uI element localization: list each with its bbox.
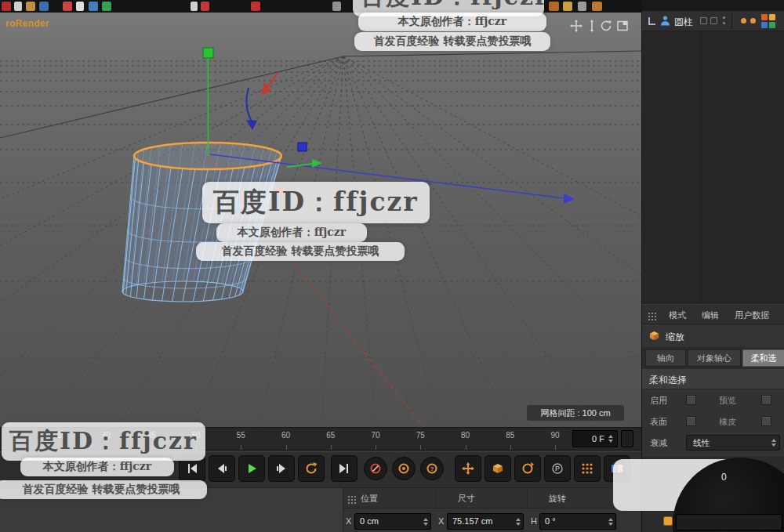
- toolbar-fragment-icon: [549, 2, 559, 11]
- right-panel-top-strip: [642, 0, 784, 11]
- timeline-tick-mark: [376, 445, 376, 450]
- green-arrow: [312, 159, 322, 168]
- watermark-big-bottom: 百度ID：ffjczr: [2, 422, 205, 461]
- size-x-stepper[interactable]: [514, 514, 522, 529]
- position-x-value: 0 cm: [360, 516, 379, 526]
- svg-text:?: ?: [430, 465, 434, 472]
- scale-tool-button[interactable]: [485, 455, 511, 482]
- toolbar-fragment-icon: [102, 2, 111, 11]
- record-position-button[interactable]: [364, 457, 387, 480]
- loop-icon: [305, 462, 318, 475]
- prev-frame-button[interactable]: [209, 455, 235, 482]
- object-manager-body[interactable]: [642, 31, 784, 304]
- loop-button[interactable]: [298, 455, 325, 482]
- section-title: 柔和选择: [649, 374, 687, 387]
- falloff-dropdown-arrows: [769, 436, 778, 450]
- layer-dot-icon[interactable]: [750, 18, 756, 24]
- toolbar-fragment-icon: [578, 2, 586, 11]
- soft-selection-section-header[interactable]: 柔和选择: [642, 369, 784, 389]
- position-x-axis-label: X: [346, 516, 351, 526]
- watermark-big-center: 百度ID：ffjczr: [202, 182, 430, 223]
- y-axis-handle: [203, 48, 213, 58]
- record-position-icon: [369, 462, 382, 475]
- attr-menu-edit[interactable]: 编辑: [702, 309, 719, 321]
- frame-stepper[interactable]: [606, 431, 615, 447]
- coordinates-grid-icon[interactable]: [347, 494, 357, 508]
- rotate-tool-button[interactable]: [514, 455, 541, 482]
- next-frame-button[interactable]: [268, 455, 295, 482]
- toolbar-fragment-icon: [14, 2, 22, 11]
- watermark-line2-bottom: 首发百度经验 转载要点赞投票哦: [0, 480, 207, 499]
- coord-header-size: 尺寸: [458, 493, 475, 505]
- enable-checkbox[interactable]: [686, 395, 696, 405]
- goto-end-button[interactable]: [331, 455, 358, 482]
- timeline-tick-label[interactable]: 80: [456, 431, 475, 440]
- toolbar-fragment-icon: [201, 2, 209, 11]
- viewport-maximize-icon[interactable]: [615, 19, 629, 32]
- timeline-tick-label[interactable]: 55: [231, 431, 250, 440]
- viewport-dolly-icon[interactable]: [585, 19, 598, 32]
- viewport-pan-icon[interactable]: [569, 19, 583, 32]
- rotation-h-input[interactable]: 0 °: [539, 513, 616, 530]
- record-keyframe-button[interactable]: [392, 457, 416, 480]
- grid-spacing-label: 网格间距 : 100 cm: [527, 405, 624, 421]
- object-state-icon[interactable]: [710, 17, 717, 24]
- object-name-label[interactable]: 圆柱: [674, 16, 693, 29]
- timeline-tick-label[interactable]: 75: [411, 431, 430, 440]
- timeline-tick-label[interactable]: 70: [366, 431, 385, 440]
- attr-menu-userdata[interactable]: 用户数据: [735, 309, 769, 321]
- autokey-help-button[interactable]: ?: [420, 457, 444, 480]
- tab-axis[interactable]: 轴向: [645, 349, 686, 367]
- object-manager-header: 圆柱: [642, 11, 784, 31]
- attribute-tool-row: 缩放: [642, 324, 784, 347]
- z-axis-handle: [298, 143, 307, 151]
- parent-coords-button[interactable]: P: [544, 455, 571, 482]
- position-x-stepper[interactable]: [421, 514, 430, 529]
- position-x-input[interactable]: 0 cm: [354, 513, 431, 530]
- timeline-tick-label[interactable]: 60: [277, 431, 296, 440]
- move-tool-button[interactable]: [455, 455, 481, 482]
- attr-grid-icon[interactable]: [648, 310, 657, 324]
- goto-end-icon: [338, 462, 350, 475]
- timeline-tick-mark: [510, 445, 511, 450]
- orbit-icon: [600, 20, 612, 32]
- object-dot-icon[interactable]: [723, 22, 725, 24]
- viewport-menu-prorender[interactable]: roRender: [5, 18, 49, 29]
- current-frame-field[interactable]: 0 F: [572, 430, 618, 447]
- object-dot-icon[interactable]: [723, 16, 725, 19]
- size-x-input[interactable]: 75.157 cm: [447, 513, 524, 530]
- toolbar-fragment-icon: [2, 2, 11, 11]
- preview-checkbox[interactable]: [761, 395, 771, 405]
- right-panel: 圆柱 模式 编辑 用: [641, 0, 784, 532]
- tab-object-axis[interactable]: 对象轴心: [688, 349, 741, 367]
- om-path-icon[interactable]: [646, 16, 657, 30]
- surface-checkbox[interactable]: [686, 416, 696, 426]
- play-button[interactable]: [238, 455, 265, 482]
- rotation-h-stepper[interactable]: [606, 514, 615, 529]
- tab-soft-selection[interactable]: 柔和选: [742, 349, 784, 367]
- timeline-tick-label[interactable]: 65: [321, 431, 340, 440]
- timeline-tick-label[interactable]: 90: [546, 431, 564, 440]
- timeline-tick-label[interactable]: 85: [501, 431, 520, 440]
- attribute-field-partial[interactable]: [676, 514, 782, 530]
- object-person-icon: [659, 15, 671, 30]
- scale-icon: [492, 462, 504, 475]
- prev-frame-icon: [216, 462, 228, 475]
- object-state-icon[interactable]: [700, 17, 707, 24]
- layer-dot-icon[interactable]: [741, 18, 746, 24]
- scale-tool-icon: [648, 330, 660, 345]
- parent-coords-icon: P: [551, 462, 564, 475]
- question-icon: ?: [426, 462, 438, 475]
- falloff-value: 线性: [693, 438, 710, 447]
- viewport-rotate-icon[interactable]: [599, 19, 612, 32]
- rubber-checkbox[interactable]: [761, 416, 771, 426]
- enable-label: 启用: [650, 395, 667, 407]
- toolbar-fragment-icon: [26, 2, 35, 11]
- attribute-tabs: 轴向 对象轴心 柔和选: [642, 347, 784, 369]
- falloff-dropdown[interactable]: 线性: [686, 435, 780, 451]
- snap-grid-button[interactable]: [574, 455, 601, 482]
- attr-menu-mode[interactable]: 模式: [669, 309, 686, 321]
- frame-options-button[interactable]: [621, 430, 633, 447]
- toolbar-fragment-icon: [563, 2, 572, 11]
- soft-selection-row: 表面 橡皮: [642, 411, 784, 432]
